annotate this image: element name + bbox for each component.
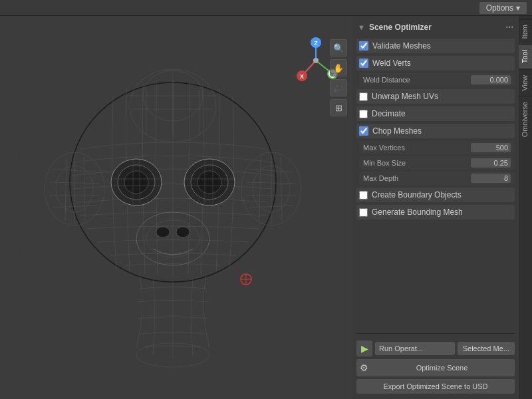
weld-distance-label: Weld Distance [363,76,410,84]
weld-verts-row[interactable]: Weld Verts [356,56,515,70]
section-collapse-icon: ▼ [358,23,365,31]
weld-distance-input[interactable] [471,75,511,84]
bottom-buttons: ▶ Run Operat... Selected Me... ⚙ Optimiz… [352,327,519,399]
tab-tool[interactable]: Tool [519,44,532,68]
gear-icon: ⚙ [360,362,368,373]
max-depth-row: Max Depth [359,172,515,185]
options-label: Options [486,3,513,13]
weld-verts-checkbox[interactable] [359,59,368,68]
tab-view[interactable]: View [519,69,532,96]
unwrap-uvs-checkbox[interactable] [359,92,368,101]
weld-distance-row: Weld Distance [359,73,515,86]
optimize-scene-label: Optimize Scene [372,364,511,372]
monkey-mesh [13,29,332,382]
section-menu-icon[interactable]: ⋯ [505,23,513,32]
chop-meshes-checkbox[interactable] [359,126,368,136]
validate-meshes-row[interactable]: Validate Meshes [356,39,515,53]
grid-btn[interactable]: ⊞ [330,99,347,116]
run-row: ▶ Run Operat... Selected Me... [356,340,515,356]
decimate-label: Decimate [372,109,406,118]
top-bar: Options ▾ [0,0,532,16]
svg-text:Z: Z [314,40,318,47]
tab-item[interactable]: Item [519,19,532,44]
min-box-size-label: Min Box Size [363,159,406,167]
svg-point-55 [313,58,319,63]
min-box-size-row: Min Box Size [359,156,515,170]
svg-point-29 [198,171,221,194]
svg-point-36 [156,227,170,237]
min-box-size-input[interactable] [471,158,511,168]
weld-verts-sub: Weld Distance [359,73,515,86]
target-indicator [239,273,253,286]
camera-btn[interactable]: 🎥 [330,79,347,96]
svg-point-37 [176,227,190,237]
max-vertices-label: Max Vertices [363,144,405,152]
section-title: Scene Optimizer [369,23,432,32]
scene-optimizer-header[interactable]: ▼ Scene Optimizer ⋯ [356,20,515,35]
max-vertices-row: Max Vertices [359,141,515,154]
tab-strip: Item Tool View Omniverse [519,16,532,399]
validate-meshes-checkbox[interactable] [359,41,368,51]
svg-text:X: X [300,73,304,80]
svg-point-22 [124,171,148,194]
chop-meshes-row[interactable]: Chop Meshes [356,124,515,138]
chop-meshes-sub: Max Vertices Min Box Size Max Depth [359,141,515,185]
max-depth-label: Max Depth [363,174,398,182]
chop-meshes-label: Chop Meshes [372,126,422,136]
options-chevron: ▾ [516,3,520,13]
decimate-checkbox[interactable] [359,110,368,118]
selected-me-button[interactable]: Selected Me... [458,342,515,355]
unwrap-uvs-row[interactable]: Unwrap Mesh UVs [356,89,515,104]
weld-verts-label: Weld Verts [372,59,411,68]
generate-bounding-checkbox[interactable] [359,208,368,217]
decimate-row[interactable]: Decimate [356,106,515,121]
play-button[interactable]: ▶ [356,340,372,356]
bottom-divider [356,333,515,334]
max-depth-input[interactable] [471,174,511,183]
validate-meshes-label: Validate Meshes [372,41,431,51]
unwrap-uvs-label: Unwrap Mesh UVs [372,92,438,101]
tab-omniverse[interactable]: Omniverse [519,96,532,142]
zoom-btn[interactable]: 🔍 [330,39,347,57]
create-boundary-row[interactable]: Create Boundary Objects [356,188,515,202]
create-boundary-checkbox[interactable] [359,191,368,200]
generate-bounding-label: Generate Bounding Mesh [372,207,463,217]
run-operate-button[interactable]: Run Operat... [375,342,455,355]
viewport: Z X Y 🔍 ✋ 🎥 ⊞ [0,16,352,399]
pan-btn[interactable]: ✋ [330,59,347,76]
create-boundary-label: Create Boundary Objects [372,190,462,200]
optimize-scene-button[interactable]: ⚙ Optimize Scene [356,359,515,376]
viewport-controls: 🔍 ✋ 🎥 ⊞ [330,39,347,116]
generate-bounding-row[interactable]: Generate Bounding Mesh [356,205,515,219]
export-button[interactable]: Export Optimized Scene to USD [356,379,515,394]
options-button[interactable]: Options ▾ [479,2,527,14]
max-vertices-input[interactable] [471,143,511,152]
